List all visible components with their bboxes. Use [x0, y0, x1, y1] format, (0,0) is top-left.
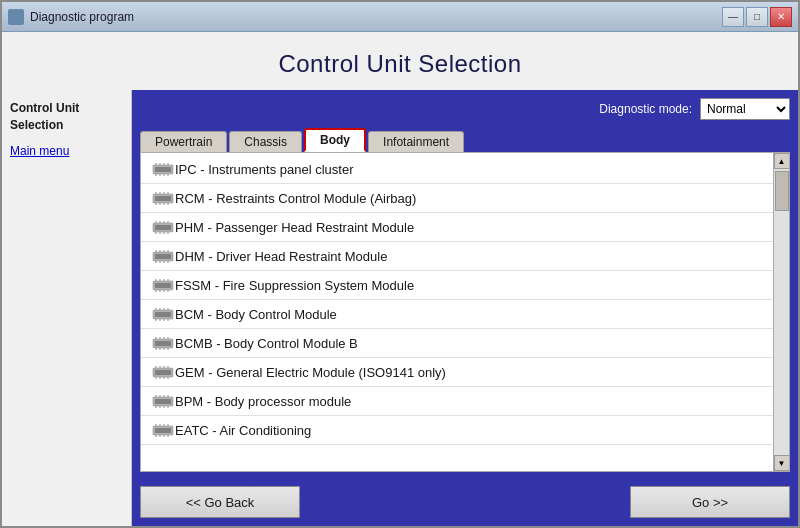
list-item-label: FSSM - Fire Suppression System Module	[175, 278, 414, 293]
titlebar: Diagnostic program — □ ✕	[2, 2, 798, 32]
close-button[interactable]: ✕	[770, 7, 792, 27]
list-panel: IPC - Instruments panel cluster	[140, 152, 790, 472]
list-item[interactable]: FSSM - Fire Suppression System Module	[141, 271, 773, 300]
ecu-icon	[151, 248, 175, 264]
list-item[interactable]: BCMB - Body Control Module B	[141, 329, 773, 358]
ecu-icon	[151, 190, 175, 206]
list-item-label: EATC - Air Conditioning	[175, 423, 311, 438]
list-item[interactable]: BCM - Body Control Module	[141, 300, 773, 329]
window-title: Diagnostic program	[30, 10, 134, 24]
list-item[interactable]: DHM - Driver Head Restraint Module	[141, 242, 773, 271]
page-title: Control Unit Selection	[2, 50, 798, 78]
svg-rect-41	[155, 283, 171, 288]
tabs-row: Powertrain Chassis Body Infotainment	[140, 128, 790, 152]
ecu-icon	[151, 219, 175, 235]
tab-powertrain[interactable]: Powertrain	[140, 131, 227, 152]
list-item-label: BCM - Body Control Module	[175, 307, 337, 322]
go-button[interactable]: Go >>	[630, 486, 790, 518]
ecu-icon	[151, 306, 175, 322]
sidebar: Control Unit Selection Main menu	[2, 90, 132, 526]
app-icon	[8, 9, 24, 25]
content-area: Diagnostic mode: Normal Extended Powertr…	[132, 90, 798, 526]
ecu-icon	[151, 335, 175, 351]
diagnostic-mode-select[interactable]: Normal Extended	[700, 98, 790, 120]
ecu-icon	[151, 277, 175, 293]
diagnostic-mode-label: Diagnostic mode:	[599, 102, 692, 116]
list-content: IPC - Instruments panel cluster	[141, 153, 773, 471]
list-item-label: PHM - Passenger Head Restraint Module	[175, 220, 414, 235]
list-item-label: GEM - General Electric Module (ISO9141 o…	[175, 365, 446, 380]
ecu-icon	[151, 364, 175, 380]
list-item-label: BPM - Body processor module	[175, 394, 351, 409]
main-layout: Control Unit Selection Main menu Diagnos…	[2, 90, 798, 526]
ecu-icon	[151, 161, 175, 177]
svg-rect-81	[155, 399, 171, 404]
go-back-button[interactable]: << Go Back	[140, 486, 300, 518]
maximize-button[interactable]: □	[746, 7, 768, 27]
list-item[interactable]: IPC - Instruments panel cluster	[141, 155, 773, 184]
list-item[interactable]: GEM - General Electric Module (ISO9141 o…	[141, 358, 773, 387]
list-item[interactable]: PHM - Passenger Head Restraint Module	[141, 213, 773, 242]
list-item[interactable]: BPM - Body processor module	[141, 387, 773, 416]
list-item[interactable]: RCM - Restraints Control Module (Airbag)	[141, 184, 773, 213]
svg-rect-11	[155, 196, 171, 201]
scroll-up-button[interactable]: ▲	[774, 153, 790, 169]
list-item-label: BCMB - Body Control Module B	[175, 336, 358, 351]
titlebar-buttons: — □ ✕	[722, 7, 792, 27]
list-item-label: IPC - Instruments panel cluster	[175, 162, 353, 177]
tab-chassis[interactable]: Chassis	[229, 131, 302, 152]
tab-infotainment[interactable]: Infotainment	[368, 131, 464, 152]
tab-body[interactable]: Body	[304, 128, 366, 152]
sidebar-active-item: Control Unit Selection	[10, 100, 123, 134]
page-title-area: Control Unit Selection	[2, 32, 798, 90]
svg-rect-71	[155, 370, 171, 375]
scrollbar-thumb[interactable]	[775, 171, 789, 211]
bottom-bar: << Go Back Go >>	[140, 478, 790, 518]
list-item-label: DHM - Driver Head Restraint Module	[175, 249, 387, 264]
ecu-icon	[151, 422, 175, 438]
minimize-button[interactable]: —	[722, 7, 744, 27]
main-window: Diagnostic program — □ ✕ Control Unit Se…	[0, 0, 800, 528]
diagnostic-mode-row: Diagnostic mode: Normal Extended	[140, 98, 790, 120]
sidebar-main-menu[interactable]: Main menu	[10, 144, 123, 158]
svg-rect-31	[155, 254, 171, 259]
ecu-icon	[151, 393, 175, 409]
list-item[interactable]: EATC - Air Conditioning	[141, 416, 773, 445]
svg-rect-21	[155, 225, 171, 230]
svg-rect-51	[155, 312, 171, 317]
svg-rect-91	[155, 428, 171, 433]
scroll-down-button[interactable]: ▼	[774, 455, 790, 471]
titlebar-left: Diagnostic program	[8, 9, 134, 25]
svg-rect-1	[155, 167, 171, 172]
list-item-label: RCM - Restraints Control Module (Airbag)	[175, 191, 416, 206]
svg-rect-61	[155, 341, 171, 346]
scrollbar[interactable]: ▲ ▼	[773, 153, 789, 471]
